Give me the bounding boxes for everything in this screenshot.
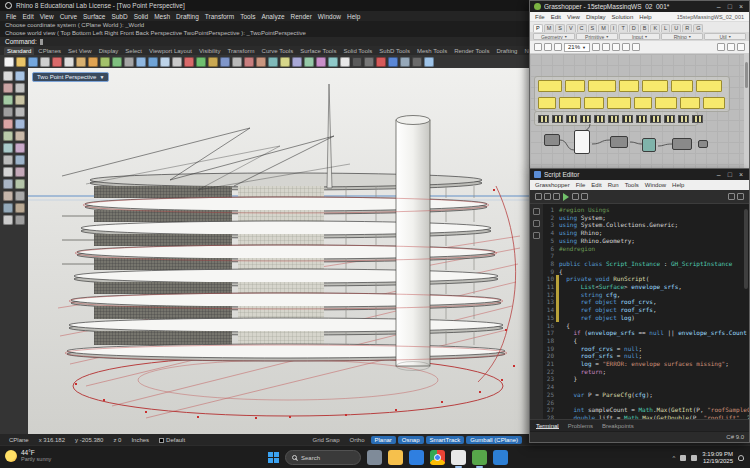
gh-slider-component[interactable] xyxy=(703,97,725,109)
circle-tool-icon[interactable] xyxy=(376,57,386,67)
gh-menu-edit[interactable]: Edit xyxy=(548,14,564,20)
menu-tools[interactable]: Tools xyxy=(237,13,258,20)
se-tab-terminal[interactable]: Terminal xyxy=(536,423,559,429)
new-file-icon[interactable] xyxy=(4,57,14,67)
network-icon[interactable] xyxy=(680,455,686,461)
toolbar-tab-subd-tools[interactable]: SubD Tools xyxy=(376,47,413,55)
se-menu-window[interactable]: Window xyxy=(642,182,669,188)
gh-doc-name[interactable]: 15stepMassingWS_02_001 xyxy=(677,14,747,20)
toolbar-tab-viewport-layout[interactable]: Viewport Layout xyxy=(146,47,195,55)
gh-component-tab-10[interactable]: B xyxy=(640,24,650,32)
toolbar-tab-drafting[interactable]: Drafting xyxy=(493,47,520,55)
cut-icon[interactable] xyxy=(52,57,62,67)
task-view-taskbar-icon[interactable] xyxy=(367,450,382,465)
extend-icon[interactable] xyxy=(328,57,338,67)
cylinder-tool-icon[interactable] xyxy=(3,179,13,189)
gh-striped-component[interactable] xyxy=(664,115,675,123)
gh-component-tab-1[interactable]: M xyxy=(544,24,555,32)
gh-panel-group-util[interactable]: Util▾ xyxy=(704,33,746,40)
chrome-taskbar-icon[interactable] xyxy=(430,450,445,465)
boolean-tool-icon[interactable] xyxy=(15,179,25,189)
gh-slider-component[interactable] xyxy=(584,97,604,109)
surface-tool-icon[interactable] xyxy=(3,143,13,153)
gh-slider-component[interactable] xyxy=(607,97,631,109)
gh-striped-component[interactable] xyxy=(608,115,619,123)
gh-component-tab-13[interactable]: U xyxy=(671,24,681,32)
explode-icon[interactable] xyxy=(280,57,290,67)
arc-tool-icon[interactable] xyxy=(388,57,398,67)
gh-striped-component[interactable] xyxy=(678,115,689,123)
gh-slider-component[interactable] xyxy=(655,97,677,109)
extrude-tool-icon[interactable] xyxy=(3,155,13,165)
gh-component-tab-8[interactable]: T xyxy=(618,24,627,32)
maximize-button[interactable]: □ xyxy=(726,170,734,179)
zoom-window-icon[interactable] xyxy=(136,57,146,67)
polyline-tool-icon[interactable] xyxy=(364,57,374,67)
gh-striped-component[interactable] xyxy=(580,115,591,123)
gh-component[interactable] xyxy=(672,138,692,150)
search-icon[interactable] xyxy=(728,193,735,200)
hide-preview-icon[interactable] xyxy=(737,43,745,51)
gh-component-tab-6[interactable]: M xyxy=(598,24,609,32)
polyline-tool-icon[interactable] xyxy=(15,107,25,117)
rotate-view-icon[interactable] xyxy=(148,57,158,67)
save-icon[interactable] xyxy=(28,57,38,67)
gh-panel-group-primitive[interactable]: Primitive▾ xyxy=(576,33,618,40)
gh-striped-component[interactable] xyxy=(538,115,549,123)
close-button[interactable]: × xyxy=(737,2,745,11)
search-icon[interactable] xyxy=(533,220,540,227)
cplane-pane[interactable]: CPlane xyxy=(4,437,34,443)
toolbar-tab-render-tools[interactable]: Render Tools xyxy=(451,47,492,55)
gh-slider-component[interactable] xyxy=(680,97,700,109)
gh-component-tab-9[interactable]: D xyxy=(629,24,639,32)
se-menu-run[interactable]: Run xyxy=(605,182,622,188)
run-button[interactable] xyxy=(563,193,569,201)
scale-tool-icon[interactable] xyxy=(15,95,25,105)
menu-transform[interactable]: Transform xyxy=(202,13,237,20)
gh-menu-display[interactable]: Display xyxy=(583,14,609,20)
taskbar-clock[interactable]: 3:19:09 PM 12/19/2025 xyxy=(702,451,733,465)
edge-taskbar-icon[interactable] xyxy=(409,450,424,465)
new-definition-icon[interactable] xyxy=(534,43,542,51)
chamfer-icon[interactable] xyxy=(304,57,314,67)
gh-striped-component[interactable] xyxy=(622,115,633,123)
copy-icon[interactable] xyxy=(64,57,74,67)
rotate-icon[interactable] xyxy=(196,57,206,67)
status-toggle-gumball-cplane[interactable]: Gumball (CPlane) xyxy=(466,436,522,444)
curve-tool-icon[interactable] xyxy=(412,57,422,67)
menu-mesh[interactable]: Mesh xyxy=(151,13,173,20)
weather-widget[interactable]: 44°F Partly sunny xyxy=(5,449,51,462)
menu-view[interactable]: View xyxy=(37,13,57,20)
join-tool-icon[interactable] xyxy=(3,203,13,213)
arc-tool-icon[interactable] xyxy=(15,119,25,129)
layer-panel-icon[interactable] xyxy=(15,215,25,225)
open-file-icon[interactable] xyxy=(16,57,26,67)
new-script-icon[interactable] xyxy=(535,193,542,200)
gh-menu-file[interactable]: File xyxy=(532,14,548,20)
trim-tool-icon[interactable] xyxy=(3,191,13,201)
minimize-button[interactable]: – xyxy=(715,170,723,179)
taskbar-search[interactable]: Search xyxy=(285,450,361,465)
file-explorer-taskbar-icon[interactable] xyxy=(388,450,403,465)
menu-render[interactable]: Render xyxy=(288,13,315,20)
canvas-paint-icon[interactable] xyxy=(717,43,725,51)
surface-tool-icon[interactable] xyxy=(424,57,434,67)
menu-edit[interactable]: Edit xyxy=(19,13,36,20)
toolbar-tab-display[interactable]: Display xyxy=(96,47,122,55)
gh-menu-solution[interactable]: Solution xyxy=(609,14,637,20)
gh-striped-component[interactable] xyxy=(566,115,577,123)
toolbar-tab-solid-tools[interactable]: Solid Tools xyxy=(340,47,375,55)
gh-slider-component[interactable] xyxy=(619,80,639,92)
close-button[interactable]: × xyxy=(737,170,745,179)
split-tool-icon[interactable] xyxy=(15,191,25,201)
gh-panel-group-rhino[interactable]: Rhino▾ xyxy=(661,33,703,40)
se-menu-tools[interactable]: Tools xyxy=(622,182,642,188)
gh-slider-component[interactable] xyxy=(696,80,722,92)
move-tool-icon[interactable] xyxy=(3,83,13,93)
gh-striped-component[interactable] xyxy=(692,115,703,123)
zoom-in-icon[interactable] xyxy=(602,43,610,51)
menu-curve[interactable]: Curve xyxy=(57,13,80,20)
zoom-control[interactable]: 21%▼ xyxy=(564,43,590,52)
menu-subd[interactable]: SubD xyxy=(108,13,130,20)
gh-slider-component[interactable] xyxy=(538,97,556,109)
